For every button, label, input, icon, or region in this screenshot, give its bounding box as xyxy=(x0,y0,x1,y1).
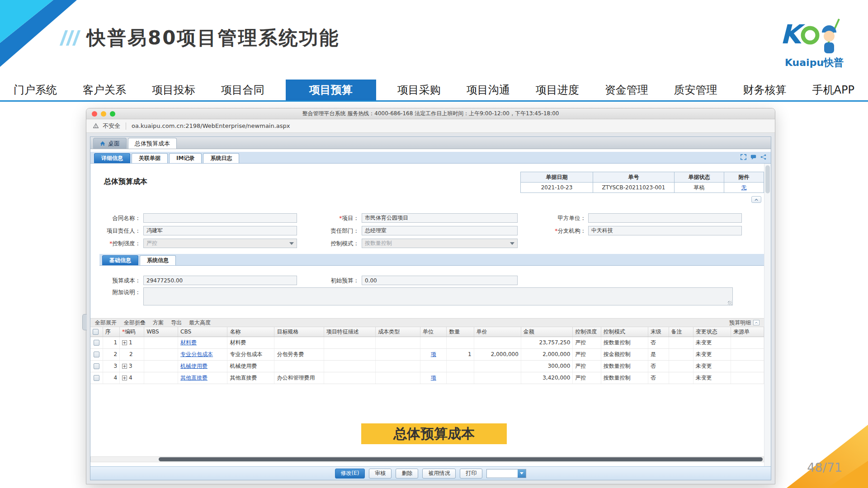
cell[interactable] xyxy=(90,348,103,360)
select-arrow-icon[interactable] xyxy=(518,469,526,478)
tab-detail-info[interactable]: 详细信息 xyxy=(94,153,130,163)
column-header[interactable]: WBS xyxy=(144,327,178,337)
cell[interactable]: 机械使用费 xyxy=(178,360,227,372)
column-header[interactable]: 名称 xyxy=(227,327,274,337)
column-header[interactable]: 变更状态 xyxy=(693,327,731,337)
note-textarea[interactable] xyxy=(143,287,733,305)
nav-item-portal[interactable]: 门户系统 xyxy=(9,80,61,100)
cell-link[interactable]: 项 xyxy=(431,351,436,357)
nav-item-budget[interactable]: 项目预算 xyxy=(286,80,376,100)
nav-item-progress[interactable]: 项目进度 xyxy=(531,80,584,100)
vertical-scrollbar[interactable] xyxy=(764,164,771,466)
column-header[interactable]: 数量 xyxy=(447,327,474,337)
row-checkbox[interactable] xyxy=(94,363,99,369)
table-row[interactable]: 44其他直接费其他直接费办公和管理费用项3,420,000严控按数量控制否未变更 xyxy=(90,372,764,384)
scheme-button[interactable]: 方案 xyxy=(153,319,164,327)
control-strength-select[interactable]: 严控 xyxy=(143,239,297,248)
maximize-icon[interactable] xyxy=(741,154,746,160)
delete-button[interactable]: 删除 xyxy=(396,469,418,479)
security-label[interactable]: 不安全 xyxy=(103,122,120,130)
row-checkbox[interactable] xyxy=(94,340,99,346)
tab-system-log[interactable]: 系统日志 xyxy=(203,153,239,163)
print-button[interactable]: 打印 xyxy=(460,469,482,479)
control-mode-select[interactable]: 按数量控制 xyxy=(362,239,518,248)
nav-item-funds[interactable]: 资金管理 xyxy=(600,80,653,100)
initial-budget-input[interactable] xyxy=(362,276,518,285)
column-header[interactable]: 成本类型 xyxy=(376,327,420,337)
cell[interactable]: 4 xyxy=(120,372,144,384)
share-icon[interactable] xyxy=(760,154,766,160)
nav-item-quality[interactable]: 质安管理 xyxy=(670,80,722,100)
expand-icon[interactable] xyxy=(122,340,127,345)
cell-link[interactable]: 其他直接费 xyxy=(180,375,208,381)
cell[interactable]: 项 xyxy=(420,372,447,384)
horizontal-scrollbar[interactable] xyxy=(90,456,764,462)
expand-icon[interactable] xyxy=(122,364,127,369)
tab-desktop[interactable]: 桌面 xyxy=(93,138,127,149)
max-height-button[interactable]: 最大高度 xyxy=(189,319,211,327)
column-header[interactable]: 目标规格 xyxy=(274,327,324,337)
tab-overall-budget[interactable]: 总体预算成本 xyxy=(128,138,177,149)
project-input[interactable] xyxy=(362,213,518,223)
party-a-input[interactable] xyxy=(588,213,742,223)
budget-cost-input[interactable] xyxy=(143,276,297,285)
zoom-window-button[interactable] xyxy=(110,111,115,117)
sidebar-collapse-handle[interactable] xyxy=(82,314,87,330)
select-all-checkbox[interactable] xyxy=(93,329,99,335)
tab-related-docs[interactable]: 关联单据 xyxy=(132,153,168,163)
collapse-grid-icon[interactable] xyxy=(753,320,760,325)
minimize-window-button[interactable] xyxy=(101,111,106,117)
close-window-button[interactable] xyxy=(92,111,97,117)
column-header[interactable]: 序 xyxy=(103,327,119,337)
column-header[interactable]: 控制强度 xyxy=(573,327,601,337)
nav-item-finance[interactable]: 财务核算 xyxy=(739,80,791,100)
column-header[interactable]: *编码 xyxy=(120,327,144,337)
message-icon[interactable] xyxy=(750,154,756,160)
collapse-header-button[interactable] xyxy=(751,196,761,203)
cell-link[interactable]: 机械使用费 xyxy=(180,363,208,369)
department-input[interactable] xyxy=(362,226,518,235)
expand-icon[interactable] xyxy=(122,375,127,380)
budget-detail-toggle[interactable]: 预算明细 xyxy=(729,319,760,327)
expand-all-button[interactable]: 全部展开 xyxy=(95,319,117,327)
cell[interactable] xyxy=(90,337,103,348)
column-header[interactable]: 单位 xyxy=(420,327,447,337)
row-checkbox[interactable] xyxy=(94,375,99,381)
tab-im-records[interactable]: IM记录 xyxy=(169,153,202,163)
cell[interactable]: 1 xyxy=(120,337,144,348)
cell-link[interactable]: 项 xyxy=(431,375,436,381)
collapse-all-button[interactable]: 全部折叠 xyxy=(124,319,146,327)
cell[interactable]: 项 xyxy=(420,348,447,360)
cell[interactable]: 3 xyxy=(120,360,144,372)
column-header[interactable]: CBS xyxy=(178,327,227,337)
url-text[interactable]: oa.kuaipu.com.cn:2198/WebEnterprise/newm… xyxy=(132,122,290,129)
table-row[interactable]: 11材料费材料费23,757,250严控按数量控制否未变更 xyxy=(90,337,764,348)
branch-input[interactable] xyxy=(588,226,742,235)
cell[interactable] xyxy=(90,372,103,384)
resize-grip-icon[interactable] xyxy=(728,301,732,305)
cell[interactable]: 专业分包成本 xyxy=(178,348,227,360)
row-checkbox[interactable] xyxy=(94,352,99,357)
column-header[interactable]: 控制模式 xyxy=(601,327,648,337)
usage-button[interactable]: 被用情况 xyxy=(422,469,456,479)
more-actions-select[interactable] xyxy=(486,469,526,478)
column-header[interactable]: 单价 xyxy=(474,327,521,337)
manager-input[interactable] xyxy=(143,226,297,235)
export-button[interactable]: 导出 xyxy=(171,319,182,327)
nav-item-bidding[interactable]: 项目投标 xyxy=(147,80,200,100)
modify-button[interactable]: 修改(E) xyxy=(335,469,365,479)
contract-name-input[interactable] xyxy=(143,213,297,223)
cell[interactable]: 其他直接费 xyxy=(178,372,227,384)
table-row[interactable]: 33机械使用费机械使用费300,000严控按数量控制否未变更 xyxy=(90,360,764,372)
column-header[interactable]: 金额 xyxy=(521,327,572,337)
nav-item-crm[interactable]: 客户关系 xyxy=(78,80,131,100)
vertical-scrollbar-thumb[interactable] xyxy=(765,165,770,193)
nav-item-mobile-app[interactable]: 手机APP xyxy=(807,80,859,100)
cell-link[interactable]: 材料费 xyxy=(180,339,197,346)
tab-system-info[interactable]: 系统信息 xyxy=(140,255,176,265)
cell[interactable] xyxy=(90,360,103,372)
nav-item-procurement[interactable]: 项目采购 xyxy=(393,80,445,100)
column-header[interactable]: 来源单 xyxy=(731,327,764,337)
column-header[interactable]: 备注 xyxy=(669,327,693,337)
attachment-link[interactable]: 无 xyxy=(741,184,747,191)
